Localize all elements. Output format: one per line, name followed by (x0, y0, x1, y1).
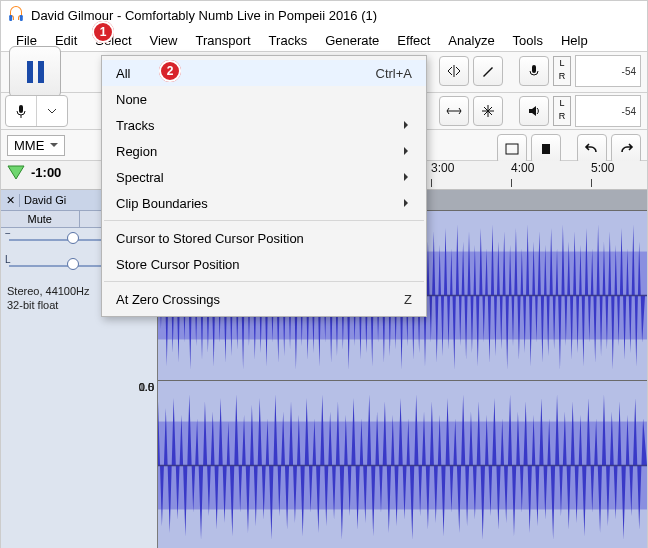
svg-rect-0 (9, 15, 12, 21)
menu-generate[interactable]: Generate (316, 31, 388, 50)
menu-item-store-cursor[interactable]: Store Cursor Position (102, 251, 426, 277)
menu-analyze[interactable]: Analyze (439, 31, 503, 50)
dropdown-icon[interactable] (37, 96, 67, 126)
select-menu-dropdown[interactable]: All Ctrl+A None Tracks Region Spectral C… (101, 55, 427, 317)
annotation-callout-2: 2 (159, 60, 181, 82)
menu-item-cursor-to-stored[interactable]: Cursor to Stored Cursor Position (102, 225, 426, 251)
menu-item-clip-boundaries[interactable]: Clip Boundaries (102, 190, 426, 216)
menu-item-region[interactable]: Region (102, 138, 426, 164)
svg-rect-5 (532, 65, 536, 73)
svg-rect-6 (506, 144, 518, 154)
fit-width-icon[interactable] (439, 96, 469, 126)
menu-effect[interactable]: Effect (388, 31, 439, 50)
menu-help[interactable]: Help (552, 31, 597, 50)
annotation-callout-1: 1 (92, 21, 114, 43)
menu-item-none[interactable]: None (102, 86, 426, 112)
speaker-meter[interactable]: -54 (575, 95, 641, 127)
silence-icon[interactable] (531, 134, 561, 164)
timeline-tick: 4:00 (511, 161, 534, 175)
menu-transport[interactable]: Transport (186, 31, 259, 50)
menu-item-all[interactable]: All Ctrl+A (102, 60, 426, 86)
svg-rect-7 (542, 144, 550, 154)
redo-button[interactable] (611, 134, 641, 164)
mic-meter[interactable]: -54 (575, 55, 641, 87)
multi-tool-icon[interactable] (473, 96, 503, 126)
app-icon (7, 6, 25, 24)
draw-tool-icon[interactable] (473, 56, 503, 86)
trim-icon[interactable] (497, 134, 527, 164)
mic-lr-indicator: LR (553, 56, 571, 86)
menu-item-zero-crossings[interactable]: At Zero Crossings Z (102, 286, 426, 312)
timeline-tick: 3:00 (431, 161, 454, 175)
menu-separator (104, 220, 424, 221)
menu-item-spectral[interactable]: Spectral (102, 164, 426, 190)
menu-tracks[interactable]: Tracks (260, 31, 317, 50)
record-device-icon[interactable] (6, 96, 37, 126)
fit-selection-icon[interactable] (439, 56, 469, 86)
speaker-icon[interactable] (519, 96, 549, 126)
menu-item-tracks[interactable]: Tracks (102, 112, 426, 138)
menu-tools[interactable]: Tools (504, 31, 552, 50)
undo-button[interactable] (577, 134, 607, 164)
mic-icon[interactable] (519, 56, 549, 86)
svg-rect-2 (19, 105, 23, 113)
audio-host-select[interactable]: MME (7, 135, 65, 156)
timeline-tick: 5:00 (591, 161, 614, 175)
pause-button[interactable] (9, 46, 61, 98)
menu-view[interactable]: View (141, 31, 187, 50)
menu-separator (104, 281, 424, 282)
waveform-channel-right[interactable]: 1.0 0.5 0.0 (158, 380, 647, 548)
track-close-button[interactable]: ✕ (1, 194, 20, 207)
window-title: David Gilmour - Comfortably Numb Live in… (31, 8, 377, 23)
svg-rect-1 (20, 15, 23, 21)
speaker-lr-indicator: LR (553, 96, 571, 126)
mute-button[interactable]: Mute (1, 211, 80, 227)
